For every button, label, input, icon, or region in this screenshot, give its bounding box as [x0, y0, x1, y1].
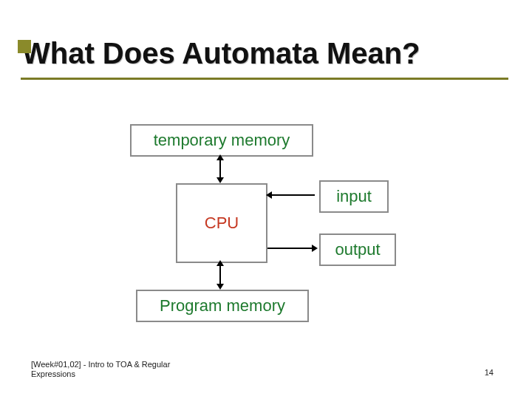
label-program-memory: Program memory [160, 296, 285, 316]
box-temporary-memory: temporary memory [130, 124, 313, 157]
box-cpu: CPU [176, 183, 267, 263]
box-output: output [319, 233, 396, 266]
arrow-left-icon [266, 191, 272, 199]
footer-caption: [Week#01,02] - Intro to TOA & Regular Ex… [31, 360, 179, 381]
box-input: input [319, 180, 389, 213]
arrow-right-icon [312, 245, 318, 252]
arrow-down-icon [216, 177, 224, 183]
connector-cpu-tempmem [219, 160, 221, 179]
label-output: output [335, 240, 380, 259]
connector-cpu-progmem [219, 265, 221, 285]
slide-title: What Does Automata Mean? [21, 37, 511, 70]
connector-input-cpu [272, 194, 315, 196]
box-program-memory: Program memory [136, 290, 309, 322]
page-number: 14 [485, 368, 494, 377]
arrow-up-icon [216, 154, 224, 160]
title-underline [21, 78, 508, 80]
label-cpu: CPU [205, 214, 239, 233]
arrow-up-icon [216, 260, 224, 266]
label-input: input [336, 187, 372, 206]
connector-cpu-output [267, 248, 312, 249]
arrow-down-icon [216, 284, 224, 290]
slide-header: What Does Automata Mean? [21, 37, 511, 80]
label-temporary-memory: temporary memory [154, 131, 290, 150]
bullet-icon [18, 40, 31, 53]
